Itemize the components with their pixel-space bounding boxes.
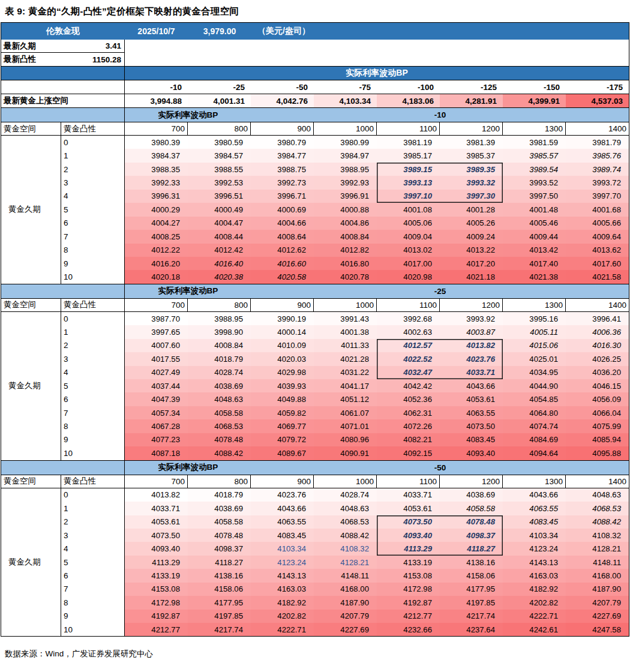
duration-row-label: 7	[61, 230, 125, 243]
table-row: 104020.184020.384020.584020.784020.98402…	[61, 270, 629, 283]
table-cell: 4016.80	[314, 257, 377, 270]
table-cell: 3997.10	[377, 190, 440, 203]
table-cell: 4133.19	[377, 556, 440, 569]
convexity-column-header: 黄金空间 黄金凸性 70080090010001100120013001400	[1, 122, 629, 136]
table-cell: 4053.61	[125, 515, 188, 529]
duration-axis-label: 黄金久期	[1, 488, 61, 637]
table-cell: 4020.58	[251, 270, 314, 283]
gold-upside-cell: 4,183.06	[377, 94, 440, 107]
table-cell: 4008.84	[314, 230, 377, 243]
table-cell: 4071.01	[314, 419, 377, 433]
table-cell: 4182.92	[503, 583, 566, 596]
table-cell: 4012.22	[125, 244, 188, 257]
table-cell: 4020.98	[377, 270, 440, 283]
convexity-column-cell: 700	[125, 299, 188, 311]
table-cell: 3988.35	[125, 163, 188, 176]
table-cell: 4068.53	[188, 419, 251, 433]
table-cell: 3993.72	[566, 176, 629, 189]
table-cell: 4017.20	[440, 257, 503, 270]
table-cell: 4013.22	[440, 244, 503, 257]
rate-shock-header-cell: -150	[503, 80, 566, 94]
table-cell: 4172.98	[377, 583, 440, 596]
table-row: 13984.373984.573984.773984.973985.173985…	[61, 149, 629, 162]
duration-row-label: 1	[61, 149, 125, 162]
gold-upside-cell: 4,103.34	[314, 94, 377, 107]
table-cell: 4177.95	[188, 596, 251, 609]
table-cell: 4108.32	[314, 542, 377, 555]
table-row: 64047.394048.634049.884051.124052.364053…	[61, 392, 629, 406]
table-cell: 4073.50	[377, 515, 440, 529]
table-cell: 4227.69	[566, 610, 629, 623]
table-cell: 4056.09	[566, 392, 629, 406]
table-cell: 4051.12	[314, 392, 377, 406]
convexity-column-cell: 1200	[440, 122, 503, 135]
table-cell: 3980.99	[314, 136, 377, 149]
table-cell: 4009.24	[440, 230, 503, 243]
convexity-column-cell: 800	[188, 475, 251, 488]
table-cell: 3985.57	[503, 149, 566, 162]
table-cell: 3984.57	[188, 149, 251, 162]
table-cell: 4023.76	[440, 352, 503, 365]
table-cell: 4138.16	[188, 569, 251, 582]
table-cell: 4016.30	[566, 339, 629, 352]
table-cell: 4013.82	[440, 339, 503, 352]
duration-row-label: 10	[61, 270, 125, 283]
table-cell: 3992.33	[125, 176, 188, 189]
table-cell: 4028.74	[314, 488, 377, 502]
table-cell: 4017.40	[503, 257, 566, 270]
table-cell: 4012.62	[251, 244, 314, 257]
table-row: 74153.084158.064163.034168.004172.984177…	[61, 583, 629, 596]
table-cell: 3997.30	[440, 190, 503, 203]
gold-upside-cell: 4,537.03	[566, 94, 629, 107]
table-cell: 3981.19	[377, 136, 440, 149]
quote-unit: （美元/盎司）	[251, 26, 629, 37]
section-bp-label: 实际利率波动BP	[125, 284, 251, 298]
table-cell: 4095.88	[566, 446, 629, 460]
section-data: 黄金久期 03987.703988.953990.193991.433992.6…	[1, 312, 629, 460]
table-cell: 4072.26	[377, 419, 440, 433]
table-cell: 3989.35	[440, 163, 503, 176]
table-cell: 3997.70	[566, 190, 629, 203]
table-cell: 4242.61	[503, 623, 566, 636]
table-cell: 4054.85	[503, 392, 566, 406]
table-cell: 4033.71	[377, 488, 440, 502]
table-cell: 3985.37	[440, 149, 503, 162]
table-cell: 4153.08	[377, 569, 440, 582]
table-row: 13997.653998.904000.144001.384002.634003…	[61, 325, 629, 338]
table-cell: 4017.00	[377, 257, 440, 270]
gold-upside-row: 最新黄金上涨空间 3,994.884,001.314,042.764,103.3…	[1, 94, 629, 107]
table-cell: 4053.61	[440, 392, 503, 406]
table-row: 03980.393980.593980.793980.993981.193981…	[61, 136, 629, 149]
table-cell: 4048.63	[566, 488, 629, 502]
gold-upside-label: 最新黄金上涨空间	[1, 94, 125, 107]
duration-row-label: 5	[61, 379, 125, 392]
empty-cell	[1, 461, 125, 475]
table-row: 23988.353988.553988.753988.953989.153989…	[61, 163, 629, 176]
latest-convexity-row: 最新凸性 1150.28	[1, 53, 124, 66]
table-cell: 3992.53	[188, 176, 251, 189]
table-cell: 4001.28	[440, 203, 503, 216]
table-cell: 4187.90	[314, 596, 377, 609]
table-cell: 4006.36	[566, 325, 629, 338]
table-cell: 4018.79	[188, 488, 251, 502]
table-cell: 4083.45	[503, 515, 566, 529]
table-row: 14033.714038.694043.664048.634053.614058…	[61, 502, 629, 515]
convexity-column-cell: 1200	[440, 299, 503, 311]
convexity-column-cell: 1300	[503, 122, 566, 135]
table-cell: 4011.33	[314, 339, 377, 352]
table-cell: 4113.29	[377, 542, 440, 555]
table-cell: 4088.42	[188, 446, 251, 460]
table-cell: 4020.38	[188, 270, 251, 283]
duration-row-label: 9	[61, 433, 125, 446]
convexity-column-cell: 1400	[566, 299, 629, 311]
convexity-column-cell: 900	[251, 299, 314, 311]
table-cell: 3991.43	[314, 312, 377, 325]
gold-upside-cell: 4,281.91	[440, 94, 503, 107]
table-cell: 3990.19	[251, 312, 314, 325]
table-cell: 3988.55	[188, 163, 251, 176]
table-cell: 3989.54	[503, 163, 566, 176]
table-cell: 3980.79	[251, 136, 314, 149]
duration-row-label: 0	[61, 136, 125, 149]
section-header: 实际利率波动BP -50	[1, 461, 629, 475]
latest-convexity-label: 最新凸性	[1, 54, 92, 65]
